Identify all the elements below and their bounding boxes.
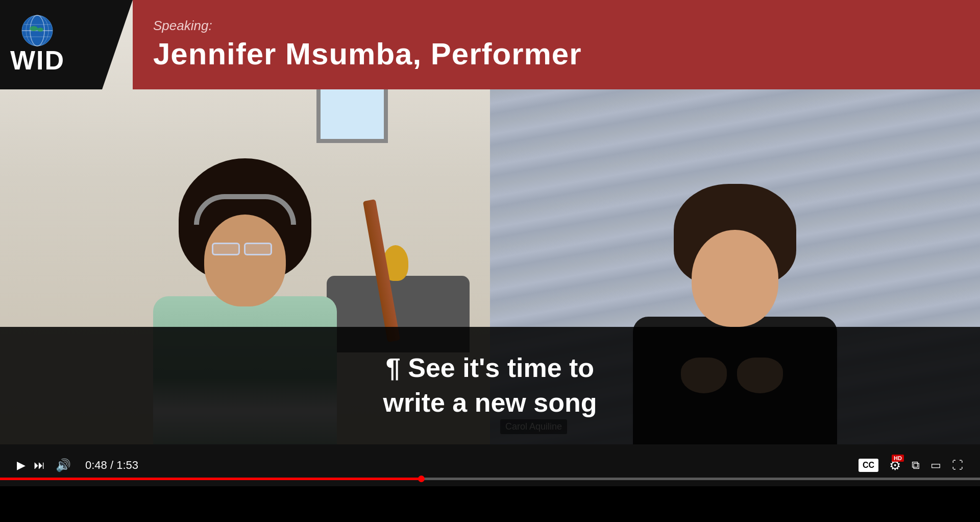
cc-badge: CC: [859, 459, 878, 472]
time-current: 0:48: [85, 459, 107, 471]
play-button[interactable]: ▶: [13, 455, 30, 476]
miniplayer-button[interactable]: ⧉: [908, 455, 924, 476]
hd-badge: HD: [892, 455, 904, 462]
subtitle-line2: write a new song: [383, 388, 597, 417]
settings-button[interactable]: ⚙ HD: [885, 454, 905, 478]
svg-point-7: [37, 28, 43, 32]
subtitle-area: ¶ See it's time to write a new song: [0, 327, 980, 444]
banner-red-section: Speaking: Jennifer Msumba, Performer: [133, 0, 980, 89]
banner-divider: [102, 0, 133, 89]
wid-logo: WID: [10, 14, 65, 76]
right-controls: CC ⚙ HD ⧉ ▭ ⛶: [854, 454, 967, 478]
progress-dot: [418, 476, 425, 482]
skip-button[interactable]: ⏭: [30, 455, 49, 476]
subtitle-text: ¶ See it's time to write a new song: [383, 351, 597, 420]
time-display: 0:48 / 1:53: [85, 459, 138, 472]
logo-section: WID: [0, 0, 102, 89]
subtitle-pilcrow: ¶: [386, 353, 401, 383]
video-content: Carol Aquiline: [0, 0, 980, 444]
face-right-shape: [692, 230, 778, 327]
progress-fill: [0, 478, 422, 480]
speaking-label: Speaking:: [153, 18, 960, 34]
speaker-name: Jennifer Msumba, Performer: [153, 36, 960, 72]
speaker-banner: WID Speaking: Jennifer Msumba, Performer: [0, 0, 980, 89]
globe-icon: [21, 14, 54, 48]
progress-bar[interactable]: [0, 478, 980, 480]
volume-button[interactable]: 🔊: [52, 454, 75, 477]
video-player: Carol Aquiline: [0, 0, 980, 522]
cc-button[interactable]: CC: [854, 455, 883, 476]
svg-point-6: [30, 26, 38, 31]
wid-text: WID: [10, 45, 65, 76]
fullscreen-button[interactable]: ⛶: [948, 455, 967, 476]
subtitle-line1: See it's time to: [408, 353, 594, 383]
face-left-shape: [204, 215, 286, 306]
settings-hd-wrap: ⚙ HD: [889, 458, 901, 473]
theater-button[interactable]: ▭: [926, 455, 945, 476]
time-separator: /: [110, 459, 116, 471]
time-total: 1:53: [116, 459, 138, 471]
